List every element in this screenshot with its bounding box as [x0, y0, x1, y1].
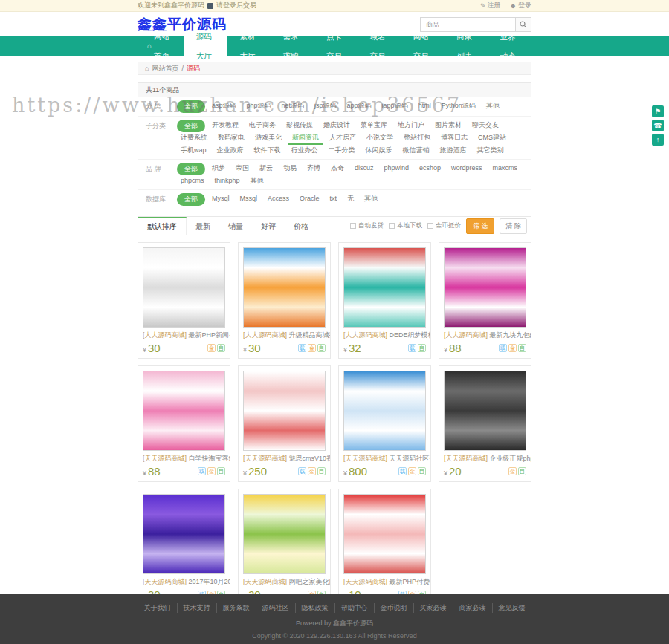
- sort-tab[interactable]: 好评: [252, 217, 285, 235]
- filter-option[interactable]: wordpress: [447, 163, 486, 175]
- product-title[interactable]: [天天源码商城] 企业级正规php第三方api支: [439, 453, 531, 464]
- filter-option[interactable]: 开发教程: [208, 120, 242, 132]
- sort-tab[interactable]: 默认排序: [138, 217, 187, 235]
- filter-option[interactable]: 软件下载: [251, 145, 285, 156]
- footer-link[interactable]: 服务条款: [217, 603, 256, 613]
- filter-option[interactable]: 微信营销: [399, 145, 433, 156]
- filter-option[interactable]: Access: [264, 193, 293, 206]
- footer-link[interactable]: 意见反馈: [493, 603, 531, 613]
- product-card[interactable]: [天天源码商城] 自学快淘宝客9块9包邮优惠 ¥ 88 载金自: [138, 365, 230, 482]
- filter-option[interactable]: jsp源码: [311, 100, 340, 113]
- product-title[interactable]: [天天源码商城] 自学快淘宝客9块9包邮优惠: [138, 453, 230, 464]
- filter-option[interactable]: 休闲娱乐: [362, 145, 396, 156]
- footer-link[interactable]: 源码社区: [256, 603, 296, 613]
- filter-option[interactable]: 全部: [177, 163, 205, 175]
- side-tool-button[interactable]: ⚑: [652, 105, 664, 117]
- product-card[interactable]: [天天源码商城] 最新PHP付费模板CMS视宝优 ¥ 10 载金自: [338, 489, 431, 605]
- filter-checkbox[interactable]: 本地下载: [389, 221, 422, 230]
- product-thumbnail[interactable]: [243, 371, 326, 451]
- side-tool-button[interactable]: ↑: [652, 134, 664, 146]
- product-title[interactable]: [天天源码商城] 最新PHP付费模板CMS视宝优: [339, 576, 430, 587]
- filter-option[interactable]: asp源码: [208, 100, 240, 113]
- filter-option[interactable]: 地方门户: [394, 120, 428, 132]
- filter-option[interactable]: 二手分类: [325, 145, 359, 156]
- filter-option[interactable]: 新云: [256, 163, 277, 175]
- filter-option[interactable]: 整站打包: [400, 132, 434, 145]
- breadcrumb-home[interactable]: 网站首页: [152, 62, 178, 74]
- product-thumbnail[interactable]: [143, 371, 225, 451]
- filter-option[interactable]: Mssql: [236, 193, 262, 206]
- filter-option[interactable]: 齐博: [303, 163, 324, 175]
- footer-link[interactable]: 金币说明: [375, 603, 414, 613]
- filter-option[interactable]: discuz: [351, 163, 378, 175]
- nav-item[interactable]: 商家列表: [445, 36, 488, 56]
- product-title[interactable]: [大大源码商城] DEDE织梦模板网站建站图片: [339, 330, 430, 340]
- product-thumbnail[interactable]: [343, 494, 426, 574]
- checkbox-icon[interactable]: [350, 223, 356, 229]
- filter-option[interactable]: 全部: [177, 120, 205, 132]
- product-title[interactable]: [天天源码商城] 网吧之家美化版整站源码 整: [239, 576, 330, 587]
- product-title[interactable]: [大大源码商城] 最新PHP新闻小偷采集站程: [138, 330, 230, 340]
- filter-option[interactable]: 全部: [177, 100, 205, 113]
- filter-option[interactable]: 全部: [177, 193, 205, 206]
- footer-link[interactable]: 关于我们: [138, 603, 178, 613]
- confirm-button[interactable]: 筛 选: [466, 218, 495, 234]
- nav-item[interactable]: 源码大厅: [184, 36, 227, 56]
- sort-tab[interactable]: 销量: [219, 217, 252, 235]
- filter-option[interactable]: 新闻资讯: [288, 132, 323, 145]
- filter-option[interactable]: 聊天交友: [468, 120, 502, 132]
- product-title[interactable]: [天天源码商城] 天天源码社区整站打包，包含: [339, 453, 430, 464]
- filter-option[interactable]: 数码家电: [214, 132, 248, 145]
- filter-option[interactable]: 游戏美化: [251, 132, 285, 145]
- filter-option[interactable]: 其它类别: [474, 145, 508, 156]
- product-card[interactable]: [大大源码商城] DEDE织梦模板网站建站图片 ¥ 32 载自: [338, 242, 431, 359]
- filter-option[interactable]: 其他: [361, 193, 381, 206]
- filter-option[interactable]: txt: [326, 193, 341, 206]
- login-link[interactable]: ☻ 登录: [510, 1, 531, 10]
- filter-option[interactable]: 旅游酒店: [436, 145, 471, 156]
- filter-option[interactable]: 杰奇: [327, 163, 348, 175]
- product-thumbnail[interactable]: [243, 247, 326, 328]
- filter-option[interactable]: Python源码: [438, 100, 479, 113]
- filter-option[interactable]: 图片素材: [431, 120, 465, 132]
- filter-option[interactable]: php源码: [243, 100, 275, 113]
- filter-option[interactable]: 织梦: [208, 163, 229, 175]
- filter-option[interactable]: 手机wap: [177, 145, 210, 156]
- nav-item[interactable]: 业界动态: [488, 36, 531, 56]
- product-card[interactable]: [天天源码商城] 网吧之家美化版整站源码 整 ¥ 20 金自: [238, 489, 331, 605]
- checkbox-icon[interactable]: [389, 223, 395, 229]
- product-thumbnail[interactable]: [143, 494, 225, 574]
- checkbox-icon[interactable]: [427, 223, 433, 229]
- filter-option[interactable]: 小说文学: [363, 132, 397, 145]
- filter-option[interactable]: html: [415, 100, 435, 113]
- filter-checkbox[interactable]: 自动发货: [350, 221, 384, 230]
- filter-option[interactable]: Oracle: [296, 193, 323, 206]
- product-thumbnail[interactable]: [444, 247, 526, 328]
- nav-item[interactable]: 点卡交易: [314, 36, 358, 56]
- nav-item[interactable]: 网站交易: [401, 36, 445, 56]
- product-title[interactable]: [天天源码商城] 魅思cmsV10视频系统 vip会员: [239, 453, 330, 464]
- footer-link[interactable]: 隐私政策: [296, 603, 335, 613]
- product-card[interactable]: [天天源码商城] 魅思cmsV10视频系统 vip会员 ¥ 250 载金自: [238, 365, 331, 482]
- filter-option[interactable]: 行业办公: [288, 145, 322, 156]
- product-title[interactable]: [大大源码商城] 最新九块九包邮精品官PHP完: [439, 330, 531, 340]
- sort-tab[interactable]: 价格: [285, 217, 317, 235]
- footer-link[interactable]: 技术支持: [178, 603, 217, 613]
- product-card[interactable]: [天天源码商城] 天天源码社区整站打包，包含 ¥ 800 载金自: [338, 365, 431, 482]
- product-thumbnail[interactable]: [143, 247, 225, 328]
- filter-option[interactable]: 婚庆设计: [320, 120, 354, 132]
- filter-option[interactable]: 企业政府: [213, 145, 248, 156]
- filter-option[interactable]: 博客日志: [437, 132, 471, 145]
- filter-option[interactable]: 电子商务: [245, 120, 279, 132]
- filter-option[interactable]: 人才房产: [326, 132, 360, 145]
- product-title[interactable]: [天天源码商城] 2017年10月20日更新发布15: [138, 576, 230, 587]
- product-card[interactable]: [天天源码商城] 2017年10月20日更新发布15 ¥ 30 载金自: [138, 489, 230, 605]
- filter-option[interactable]: maxcms: [489, 163, 522, 175]
- filter-option[interactable]: 帝国: [232, 163, 253, 175]
- product-card[interactable]: [大大源码商城] 最新PHP新闻小偷采集站程 ¥ 30 金自: [138, 242, 230, 359]
- register-link[interactable]: ✎ 注册: [480, 1, 501, 10]
- filter-option[interactable]: phpwind: [381, 163, 413, 175]
- sort-tab[interactable]: 最新: [187, 217, 219, 235]
- filter-checkbox[interactable]: 金币抵价: [427, 221, 461, 230]
- filter-option[interactable]: 无: [343, 193, 358, 206]
